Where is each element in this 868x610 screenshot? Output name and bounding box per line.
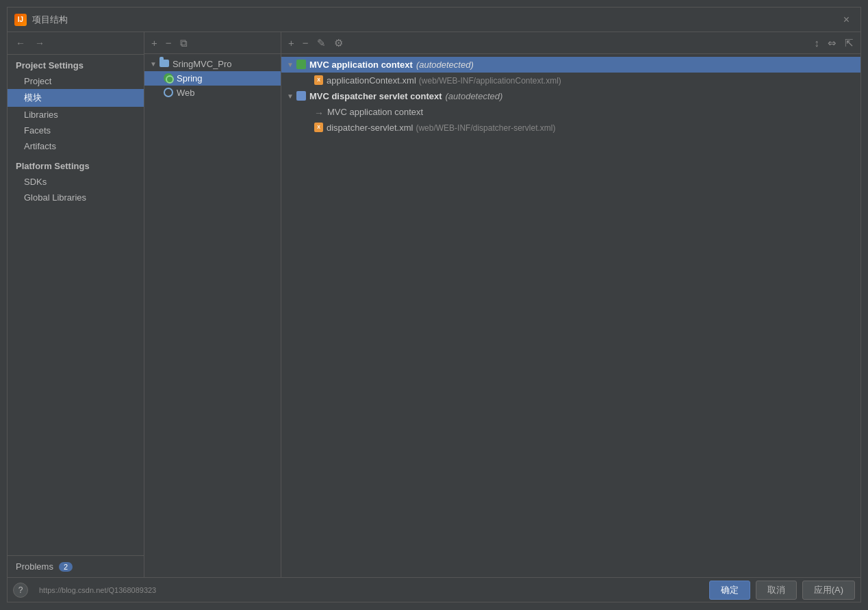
folder-icon <box>159 60 169 67</box>
dispatch-icon <box>296 91 306 101</box>
cancel-button[interactable]: 取消 <box>756 581 797 600</box>
context-tree: ▼ MVC application context (autodetected)… <box>281 54 860 577</box>
dialog-content: ← → Project Settings Project 模块 Librarie… <box>8 32 860 577</box>
nav-item-libraries[interactable]: Libraries <box>8 107 144 123</box>
app-context-xml-label: applicationContext.xml <box>327 75 416 86</box>
app-context-xml-row[interactable]: X applicationContext.xml (web/WEB-INF/ap… <box>281 73 860 88</box>
mvc-dispatcher-context-row[interactable]: ▼ MVC dispatcher servlet context (autode… <box>281 88 860 104</box>
app-icon: IJ <box>14 14 27 26</box>
dispatcher-servlet-xml-row[interactable]: X dispatcher-servlet.xml (web/WEB-INF/di… <box>281 120 860 136</box>
nav-arrows: ← → <box>8 32 144 55</box>
spring-icon <box>164 73 173 83</box>
status-url: https://blog.csdn.net/Q1368089323 <box>39 586 156 594</box>
wrench-context-button[interactable]: ⚙ <box>331 36 346 51</box>
arrow-ref-icon: → <box>314 107 324 117</box>
remove-module-button[interactable]: − <box>163 36 175 50</box>
dialog-title: 项目结构 <box>32 14 839 26</box>
back-button[interactable]: ← <box>13 36 28 50</box>
dispatcher-xml-label: dispatcher-servlet.xml <box>327 123 413 133</box>
expand-icon: ▼ <box>287 61 294 68</box>
remove-context-button[interactable]: − <box>300 36 311 50</box>
expand-arrow-icon: ▼ <box>150 60 157 68</box>
sort-button[interactable]: ↕ <box>812 36 823 51</box>
ctx-spring-icon <box>296 60 306 69</box>
nav-item-global-libraries[interactable]: Global Libraries <box>8 190 144 205</box>
help-button[interactable]: ? <box>13 583 28 598</box>
compress-button[interactable]: ⇔ <box>825 36 839 51</box>
nav-item-sdks[interactable]: SDKs <box>8 174 144 190</box>
confirm-button[interactable]: 确定 <box>709 581 750 600</box>
root-label: SringMVC_Pro <box>173 59 232 69</box>
tree-web-item[interactable]: Web <box>144 86 281 100</box>
app-context-xml-path: (web/WEB-INF/applicationContext.xml) <box>419 76 561 86</box>
module-toolbar: + − ⧉ <box>144 32 281 54</box>
problems-label: Problems <box>16 561 53 572</box>
nav-item-modules[interactable]: 模块 <box>8 89 144 107</box>
spring-label: Spring <box>177 73 203 84</box>
problems-badge: 2 <box>59 562 73 572</box>
tree-spring-item[interactable]: Spring <box>144 71 281 86</box>
platform-settings-header: Platform Settings <box>8 154 144 174</box>
collapse-button[interactable]: ⇱ <box>842 36 856 51</box>
web-label: Web <box>177 88 195 98</box>
problems-section[interactable]: Problems 2 <box>8 555 144 577</box>
dispatcher-xml-icon: X <box>314 123 323 132</box>
nav-item-project[interactable]: Project <box>8 73 144 89</box>
mvc-app-ref-label: MVC application context <box>327 107 423 117</box>
dispatcher-expand-icon: ▼ <box>287 92 294 100</box>
add-module-button[interactable]: + <box>149 36 160 50</box>
module-tree: ▼ SringMVC_Pro Spring Web <box>144 54 281 577</box>
mvc-app-context-label: MVC application context <box>309 60 413 70</box>
right-panel: + − ✎ ⚙ ↕ ⇔ ⇱ ▼ MVC application context … <box>281 32 860 577</box>
mvc-dispatcher-autodetected: (autodetected) <box>446 91 503 101</box>
nav-item-artifacts[interactable]: Artifacts <box>8 138 144 154</box>
mvc-app-context-autodetected: (autodetected) <box>416 60 474 70</box>
edit-context-button[interactable]: ✎ <box>314 36 329 51</box>
web-icon <box>164 88 173 97</box>
title-bar: IJ 项目结构 × <box>8 8 860 32</box>
forward-button[interactable]: → <box>32 36 47 50</box>
mvc-dispatcher-label: MVC dispatcher servlet context <box>309 91 442 101</box>
tree-root-item[interactable]: ▼ SringMVC_Pro <box>144 57 281 71</box>
copy-module-button[interactable]: ⧉ <box>177 36 190 51</box>
right-toolbar: + − ✎ ⚙ ↕ ⇔ ⇱ <box>281 32 860 54</box>
close-button[interactable]: × <box>839 12 854 27</box>
bottom-bar: ? https://blog.csdn.net/Q1368089323 确定 取… <box>8 577 860 602</box>
nav-item-facets[interactable]: Facets <box>8 123 144 138</box>
left-nav: ← → Project Settings Project 模块 Librarie… <box>8 32 144 577</box>
module-tree-panel: + − ⧉ ▼ SringMVC_Pro Spring <box>144 32 281 577</box>
project-structure-dialog: IJ 项目结构 × ← → Project Settings Project 模… <box>7 7 861 602</box>
mvc-app-ref-row[interactable]: → MVC application context <box>281 104 860 120</box>
right-toolbar-right: ↕ ⇔ ⇱ <box>812 36 857 51</box>
project-settings-header: Project Settings <box>8 55 144 73</box>
dispatcher-xml-path: (web/WEB-INF/dispatcher-servlet.xml) <box>416 123 555 133</box>
xml-icon: X <box>314 75 323 85</box>
apply-button[interactable]: 应用(A) <box>802 581 855 600</box>
mvc-app-context-row[interactable]: ▼ MVC application context (autodetected) <box>281 57 860 73</box>
add-context-button[interactable]: + <box>285 36 297 50</box>
